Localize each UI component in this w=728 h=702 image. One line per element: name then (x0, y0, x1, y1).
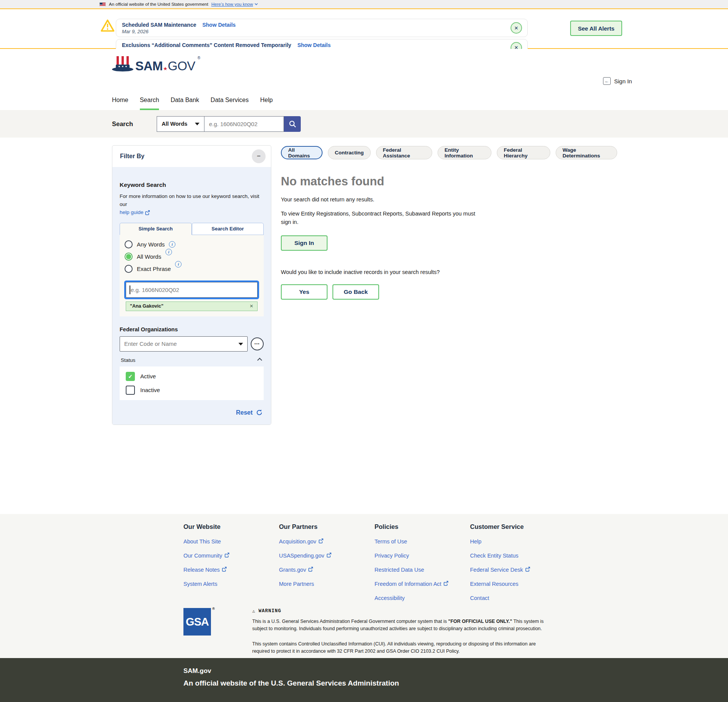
how-you-know-link[interactable]: Here’s how you know (211, 2, 258, 6)
sign-in-link[interactable]: ← Sign In (603, 77, 632, 85)
registered-mark: ® (198, 56, 200, 60)
sam-hat-icon (112, 56, 134, 72)
footer-col-heading: Our Website (183, 523, 279, 530)
domain-pills: All Domains Contracting Federal Assistan… (281, 146, 617, 159)
logo-sam-text: SAM (135, 60, 163, 72)
dropdown-caret-icon[interactable] (238, 343, 243, 345)
keyword-info-text: For more information on how to use our k… (120, 193, 264, 217)
footer-link-our-community[interactable]: Our Community (183, 553, 279, 559)
external-link-icon (326, 553, 331, 558)
search-button[interactable] (284, 116, 301, 132)
go-back-button[interactable]: Go Back (332, 284, 379, 300)
nav-item-data-bank[interactable]: Data Bank (170, 97, 199, 110)
inactive-records-question: Would you like to include inactive recor… (281, 269, 617, 275)
show-details-link[interactable]: Show Details (297, 42, 331, 48)
search-strip-label: Search (112, 120, 157, 128)
gsa-logo: GSA ® (183, 608, 211, 636)
reset-filters-link[interactable]: Reset (120, 409, 264, 416)
footer-col-our-website: Our Website About This Site Our Communit… (183, 523, 279, 601)
footer-link-accessibility[interactable]: Accessibility (375, 595, 470, 601)
status-options: ✓ Active Inactive (120, 366, 264, 400)
footer-official-text: An official website of the U.S. General … (183, 679, 728, 687)
info-icon[interactable]: i (175, 261, 182, 268)
nav-item-help[interactable]: Help (260, 97, 273, 110)
checkbox-active[interactable]: ✓ (126, 372, 135, 381)
info-icon[interactable]: i (165, 249, 172, 255)
external-link-icon (222, 567, 227, 572)
radio-label: Any Words (137, 241, 165, 248)
chevron-up-icon (257, 358, 262, 363)
tab-search-editor[interactable]: Search Editor (192, 223, 264, 235)
footer-link-release-notes[interactable]: Release Notes (183, 567, 279, 573)
more-options-button[interactable]: ••• (251, 337, 264, 350)
close-icon[interactable]: ✕ (511, 22, 522, 34)
bottom-identifier-bar: SAM.gov An official website of the U.S. … (0, 658, 728, 702)
federal-organizations-input[interactable] (120, 336, 248, 352)
gov-banner-text: An official website of the United States… (109, 2, 208, 6)
info-icon[interactable]: i (169, 241, 175, 248)
radio-all-words[interactable] (125, 253, 133, 261)
radio-exact-phrase[interactable] (125, 265, 133, 273)
search-icon (289, 120, 297, 128)
footer-col-policies: Policies Terms of Use Privacy Policy Res… (375, 523, 470, 601)
help-guide-link[interactable]: help guide (120, 209, 150, 217)
warning-block: ⚠ WARNING This is a U.S. General Service… (252, 608, 554, 655)
keyword-card: Any Words i All Words i Exact Phrase i (120, 235, 264, 316)
external-link-icon (224, 553, 229, 558)
footer-link-contact[interactable]: Contact (470, 595, 566, 601)
footer-link-restricted-data-use[interactable]: Restricted Data Use (375, 567, 470, 573)
footer-link-more-partners[interactable]: More Partners (279, 581, 375, 587)
pill-federal-hierarchy[interactable]: Federal Hierarchy (497, 146, 550, 159)
show-details-link[interactable]: Show Details (202, 22, 235, 28)
federal-organizations-heading: Federal Organizations (120, 326, 264, 332)
sam-gov-logo[interactable]: SAM★GOV ® (112, 56, 200, 72)
see-all-alerts-button[interactable]: See All Alerts (570, 21, 622, 36)
footer-col-heading: Policies (375, 523, 470, 530)
footer-link-external-resources[interactable]: External Resources (470, 581, 566, 587)
footer-link-system-alerts[interactable]: System Alerts (183, 581, 279, 587)
sign-in-button[interactable]: Sign In (281, 235, 328, 251)
keyword-input[interactable] (126, 282, 258, 298)
footer-link-check-entity-status[interactable]: Check Entity Status (470, 553, 566, 559)
external-link-icon (145, 210, 150, 215)
footer-link-usaspending-gov[interactable]: USASpending.gov (279, 553, 375, 559)
search-mode-select[interactable]: All Words (157, 116, 204, 132)
tag-close-icon[interactable]: ✕ (250, 303, 253, 309)
footer-link-acquisition-gov[interactable]: Acquisition.gov (279, 538, 375, 545)
footer-link-terms-of-use[interactable]: Terms of Use (375, 538, 470, 545)
nav-item-home[interactable]: Home (112, 97, 128, 110)
footer-link-foia[interactable]: Freedom of Information Act (375, 581, 470, 587)
radio-any-words[interactable] (125, 240, 133, 248)
pill-federal-assistance[interactable]: Federal Assistance (376, 146, 432, 159)
page-footer: Our Website About This Site Our Communit… (0, 514, 728, 658)
pill-contracting[interactable]: Contracting (328, 146, 371, 159)
radio-label: All Words (137, 253, 161, 260)
search-input[interactable] (204, 116, 284, 132)
nav-item-search[interactable]: Search (140, 97, 159, 110)
footer-link-grants-gov[interactable]: Grants.gov (279, 567, 375, 573)
status-section-toggle[interactable]: Status (120, 357, 264, 363)
footer-link-privacy-policy[interactable]: Privacy Policy (375, 553, 470, 559)
pill-all-domains[interactable]: All Domains (281, 146, 323, 159)
gov-banner: An official website of the United States… (0, 0, 728, 9)
tab-simple-search[interactable]: Simple Search (120, 223, 192, 235)
external-link-icon (525, 567, 530, 572)
footer-link-about-this-site[interactable]: About This Site (183, 538, 279, 545)
footer-col-heading: Customer Service (470, 523, 566, 530)
collapse-filters-button[interactable]: − (252, 149, 266, 163)
checkbox-inactive[interactable] (126, 386, 135, 395)
yes-button[interactable]: Yes (281, 284, 328, 300)
pill-entity-information[interactable]: Entity Information (438, 146, 491, 159)
footer-link-help[interactable]: Help (470, 538, 566, 545)
minus-icon: − (257, 152, 261, 160)
no-results-message: Your search did not return any results. (281, 196, 617, 203)
star-icon: ★ (163, 66, 167, 71)
nav-item-data-services[interactable]: Data Services (211, 97, 249, 110)
footer-link-federal-service-desk[interactable]: Federal Service Desk (470, 567, 566, 573)
check-icon: ✓ (128, 373, 133, 379)
ellipsis-icon: ••• (255, 342, 260, 346)
no-matches-heading: No matches found (281, 175, 617, 188)
checkbox-label: Inactive (140, 387, 160, 393)
pill-wage-determinations[interactable]: Wage Determinations (556, 146, 617, 159)
site-header: SAM★GOV ® ← Sign In Home Search Data Ban… (0, 49, 728, 110)
